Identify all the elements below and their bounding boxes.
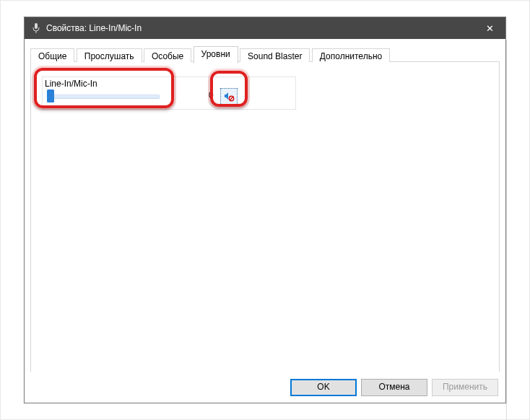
properties-window: Свойства: Line-In/Mic-In ✕ Общие Прослуш…	[24, 17, 506, 403]
tabpage-levels: Line-In/Mic-In 0	[30, 62, 500, 372]
slider-track	[51, 95, 160, 99]
speaker-muted-icon	[223, 90, 235, 104]
mute-button[interactable]	[220, 88, 238, 105]
cancel-button[interactable]: Отмена	[361, 379, 427, 396]
tab-label: Особые	[152, 51, 183, 61]
desktop-root: Свойства: Line-In/Mic-In ✕ Общие Прослуш…	[0, 0, 530, 420]
titlebar[interactable]: Свойства: Line-In/Mic-In ✕	[25, 17, 505, 39]
slider-thumb[interactable]	[47, 89, 54, 102]
apply-button: Применить	[432, 379, 498, 396]
device-name-label: Line-In/Mic-In	[45, 79, 97, 89]
svg-rect-0	[35, 23, 38, 29]
tab-label: Общие	[38, 51, 66, 61]
tab-label: Уровни	[201, 49, 230, 59]
volume-value: 0	[209, 90, 214, 100]
levels-row: Line-In/Mic-In 0	[42, 76, 296, 110]
window-title: Свойства: Line-In/Mic-In	[46, 23, 142, 33]
close-button[interactable]: ✕	[474, 17, 505, 39]
tab-levels[interactable]: Уровни	[194, 46, 238, 64]
button-label: Отмена	[378, 382, 409, 392]
tab-label: Дополнительно	[320, 51, 382, 61]
tab-label: Sound Blaster	[248, 51, 302, 61]
button-label: Применить	[443, 382, 487, 392]
button-label: OK	[317, 382, 329, 392]
dialog-footer: OK Отмена Применить	[25, 372, 505, 403]
tab-strip: Общие Прослушать Особые Уровни Sound Bla…	[30, 46, 500, 62]
window-shadow	[506, 40, 507, 420]
volume-slider[interactable]	[45, 89, 160, 104]
ok-button[interactable]: OK	[290, 379, 357, 396]
tab-label: Прослушать	[84, 51, 134, 61]
mic-icon	[30, 22, 42, 34]
close-icon: ✕	[486, 23, 494, 34]
svg-line-3	[230, 97, 233, 100]
